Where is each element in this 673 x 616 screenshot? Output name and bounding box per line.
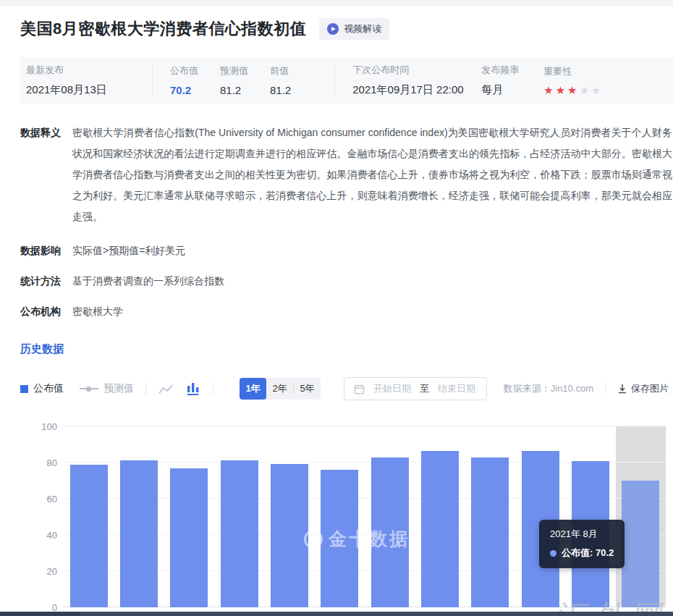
legend-square-icon [20,385,28,393]
star-icon: ★ [580,84,591,96]
legend-forecast[interactable]: 预测值 [80,382,134,395]
bar-2021年 3月[interactable] [371,457,409,608]
line-chart-icon[interactable] [158,381,174,396]
bar-2020年 12月[interactable] [221,460,258,608]
bottom-table-edge [0,612,673,616]
period-1y-button[interactable]: 1年 [240,378,266,400]
section-label: 统计方法 [20,274,72,288]
section-agency: 公布机构 密歇根大学 [20,304,673,318]
chart-tooltip: 2021年 8月 公布值: 70.2 [539,520,625,568]
divider [213,383,213,395]
history-data-title: 历史数据 [20,342,673,356]
bar-slot[interactable] [264,426,314,607]
y-axis-tick-label: 80 [47,457,57,468]
y-axis-tick-label: 20 [47,566,57,577]
period-5y-button[interactable]: 5年 [294,378,321,400]
bar-slot[interactable] [315,426,365,607]
section-impact: 数据影响 实际值>预期值=利好美元 [20,243,673,258]
legend-label: 预测值 [103,382,134,395]
page-header: 美国8月密歇根大学消费者信心指数初值 视频解读 [20,18,673,40]
section-label: 数据释义 [20,122,72,227]
stat-value: 每月 [481,83,543,97]
date-to-label: 至 [420,382,429,395]
calendar-icon [354,384,365,395]
chart-plot-area: 2021年 8月 公布值: 70.2 金十数据 020406080100 [64,426,666,607]
tooltip-value: 70.2 [596,547,614,558]
play-icon [327,23,339,35]
section-text: 实际值>预期值=利好美元 [72,243,673,258]
divider [605,383,606,395]
stat-label: 重要性 [543,65,603,78]
period-selector: 1年 2年 5年 [240,378,321,400]
chart-controls: 公布值 预测值 1年 2年 5年 开始日期 至 结束日期 数据来源：Jin10.… [20,377,673,400]
bar-slot[interactable] [565,426,615,607]
bar-2021年 8月[interactable] [622,481,659,608]
bar-slot[interactable] [214,426,264,607]
legend-line-dot-icon [80,388,98,389]
section-method: 统计方法 基于消费者调查的一系列综合指数 [20,274,673,288]
stat-label: 发布频率 [481,64,543,77]
video-badge-label: 视频解读 [344,22,381,35]
star-icon: ★ [556,84,567,96]
stats-bar: 最新发布 2021年08月13日 公布值 70.2 预测值 81.2 前值 81… [20,57,673,104]
bar-2021年 4月[interactable] [421,451,459,607]
date-range-picker[interactable]: 开始日期 至 结束日期 [344,377,487,400]
bar-slot[interactable] [365,426,415,607]
download-icon [617,384,627,394]
stat-value: 81.2 [270,84,291,96]
bar-slot[interactable] [515,426,565,607]
stat-label: 前值 [270,64,291,77]
bar-slot[interactable] [64,426,114,607]
save-image-label: 保存图片 [631,382,669,395]
gridline [64,426,666,426]
stat-latest-release: 最新发布 2021年08月13日 [26,64,135,97]
section-text: 密歇根大学消费者信心指数(The University of Michigan … [72,122,673,227]
bar-2021年 1月[interactable] [271,464,308,607]
end-date-placeholder[interactable]: 结束日期 [438,382,475,395]
star-icon: ★ [591,84,603,96]
stat-label: 最新发布 [26,64,135,77]
divider [152,67,153,94]
section-label: 公布机构 [20,304,72,318]
section-definition: 数据释义 密歇根大学消费者信心指数(The University of Mich… [20,122,673,227]
published-value: 70.2 [170,84,198,96]
star-icon: ★ [543,84,555,96]
bar-2020年 11月[interactable] [170,468,208,608]
page-content: 美国8月密歇根大学消费者信心指数初值 视频解读 最新发布 2021年08月13日… [0,18,673,616]
y-axis-tick-label: 100 [41,421,57,432]
bar-2021年 5月[interactable] [471,457,509,607]
y-axis-tick-label: 60 [47,494,57,505]
video-explain-button[interactable]: 视频解读 [319,18,389,40]
stat-label: 预测值 [220,64,248,77]
save-image-button[interactable]: 保存图片 [617,382,669,395]
section-text: 基于消费者调查的一系列综合指数 [72,274,673,288]
top-strip [0,0,673,6]
start-date-placeholder[interactable]: 开始日期 [373,382,411,395]
stat-next-release: 下次公布时间 2021年09月17日 22:00 [352,64,481,97]
stat-value: 2021年09月17日 22:00 [352,83,481,97]
page-title: 美国8月密歇根大学消费者信心指数初值 [20,18,306,40]
bar-2021年 2月[interactable] [321,470,358,608]
bar-slot[interactable] [415,426,465,607]
bar-slot[interactable] [465,426,515,607]
period-2y-button[interactable]: 2年 [266,378,293,400]
divider [334,67,335,94]
bar-2020年 9月[interactable] [70,465,108,607]
y-axis-tick-label: 40 [47,530,57,541]
tooltip-series-label: 公布值: [562,547,593,558]
stat-previous: 前值 81.2 [270,64,291,96]
bar-slot[interactable] [616,426,666,607]
bar-2020年 10月[interactable] [120,460,158,607]
legend-label: 公布值 [33,382,64,395]
bar-slot[interactable] [114,426,164,607]
stat-forecast: 预测值 81.2 [220,64,248,96]
legend-published[interactable]: 公布值 [20,382,64,395]
stat-frequency: 发布频率 每月 [481,64,543,97]
stat-published: 公布值 70.2 [170,64,198,96]
tooltip-title: 2021年 8月 [550,528,614,541]
bar-chart-icon[interactable] [185,381,201,396]
tooltip-series-dot [550,550,556,557]
bar-slot[interactable] [164,426,214,607]
stat-label: 公布值 [170,64,198,77]
stat-label: 下次公布时间 [352,64,481,77]
